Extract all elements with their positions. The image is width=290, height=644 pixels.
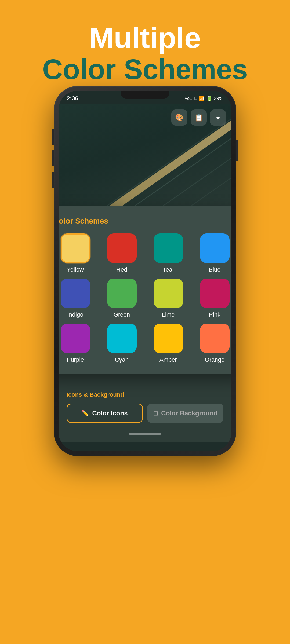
color-swatch-teal[interactable]: [154, 233, 183, 263]
color-swatch-cyan[interactable]: [107, 324, 137, 353]
battery-percent: 29%: [214, 96, 223, 101]
color-name-red: Red: [116, 266, 127, 273]
color-swatch-yellow[interactable]: [61, 233, 90, 263]
color-swatch-lime[interactable]: [154, 279, 183, 308]
color-item-indigo[interactable]: Indigo: [59, 279, 97, 318]
panel-title: Color Schemes: [59, 217, 231, 225]
color-name-blue: Blue: [209, 266, 220, 273]
color-item-purple[interactable]: Purple: [59, 324, 97, 363]
color-item-amber[interactable]: Amber: [146, 324, 190, 363]
color-name-lime: Lime: [162, 311, 175, 318]
wallpaper: 🎨 📋 ◈: [59, 104, 231, 217]
home-indicator: [129, 433, 161, 435]
color-grid: YellowRedTealBlueIndigoGreenLimePinkPurp…: [59, 233, 231, 363]
color-swatch-pink[interactable]: [200, 279, 230, 308]
mode-buttons: ✏️ Color Icons ◻ Color Background: [67, 404, 223, 423]
color-name-orange: Orange: [205, 356, 224, 363]
icons-background-label: Icons & Background: [67, 391, 223, 398]
phone-bottom: [59, 428, 231, 442]
color-item-yellow[interactable]: Yellow: [59, 233, 97, 273]
color-name-yellow: Yellow: [67, 266, 84, 273]
color-item-green[interactable]: Green: [100, 279, 144, 318]
color-swatch-blue[interactable]: [200, 233, 230, 263]
header-section: Multiple Color Schemes: [0, 0, 290, 96]
status-icons: VoLTE 📶 🔋 29%: [184, 96, 223, 101]
phone-mockup: 2:36 VoLTE 📶 🔋 29% 🎨 📋 ◈ Styl: [54, 86, 236, 456]
color-name-amber: Amber: [160, 356, 177, 363]
color-background-icon: ◻: [153, 410, 158, 417]
clipboard-button[interactable]: 📋: [191, 109, 207, 126]
color-name-purple: Purple: [67, 356, 84, 363]
color-item-lime[interactable]: Lime: [146, 279, 190, 318]
color-icons-button[interactable]: ✏️ Color Icons: [67, 404, 143, 423]
color-name-cyan: Cyan: [115, 356, 129, 363]
color-item-red[interactable]: Red: [100, 233, 144, 273]
palette-button[interactable]: 🎨: [171, 109, 187, 126]
color-item-orange[interactable]: Orange: [193, 324, 231, 363]
color-item-blue[interactable]: Blue: [193, 233, 231, 273]
phone-notch: [121, 91, 169, 99]
color-icons-label: Color Icons: [92, 409, 128, 417]
header-line1: Multiple: [0, 21, 290, 54]
color-name-pink: Pink: [209, 311, 220, 318]
color-name-green: Green: [114, 311, 130, 318]
color-icons-icon: ✏️: [82, 410, 89, 417]
color-item-cyan[interactable]: Cyan: [100, 324, 144, 363]
color-swatch-amber[interactable]: [154, 324, 183, 353]
phone-inner: 2:36 VoLTE 📶 🔋 29% 🎨 📋 ◈ Styl: [59, 91, 231, 451]
color-swatch-orange[interactable]: [200, 324, 230, 353]
wallpaper-toolbar: 🎨 📋 ◈: [171, 109, 226, 126]
phone-outer: 2:36 VoLTE 📶 🔋 29% 🎨 📋 ◈ Styl: [54, 86, 236, 456]
color-swatch-red[interactable]: [107, 233, 137, 263]
color-name-indigo: Indigo: [67, 311, 84, 318]
network-icon: VoLTE: [184, 96, 197, 101]
color-background-label: Color Background: [161, 409, 217, 417]
color-swatch-indigo[interactable]: [61, 279, 90, 308]
color-item-teal[interactable]: Teal: [146, 233, 190, 273]
header-line2: Color Schemes: [0, 54, 290, 85]
color-schemes-panel: Color Schemes YellowRedTealBlueIndigoGre…: [59, 206, 231, 374]
color-swatch-green[interactable]: [107, 279, 137, 308]
data-icon: 📶: [199, 96, 205, 101]
color-background-button[interactable]: ◻ Color Background: [147, 404, 223, 423]
color-name-teal: Teal: [163, 266, 173, 273]
color-swatch-purple[interactable]: [61, 324, 90, 353]
color-item-pink[interactable]: Pink: [193, 279, 231, 318]
battery-icon: 🔋: [206, 96, 212, 101]
status-time: 2:36: [67, 95, 78, 102]
layers-button[interactable]: ◈: [210, 109, 226, 126]
